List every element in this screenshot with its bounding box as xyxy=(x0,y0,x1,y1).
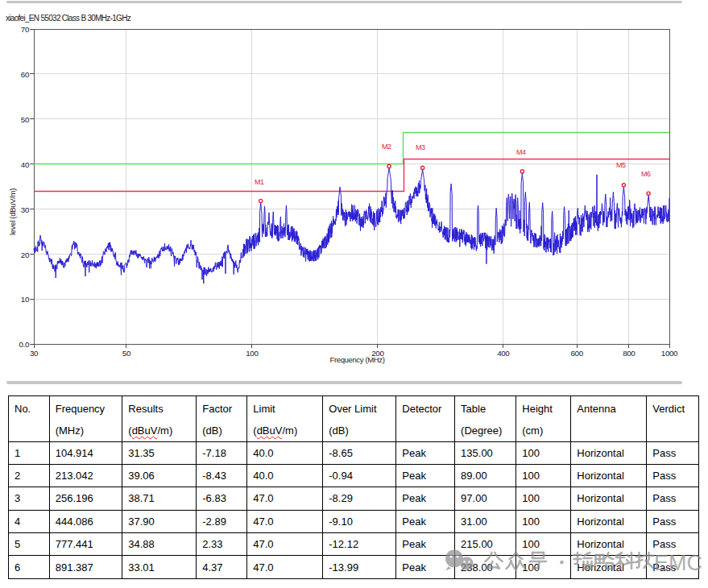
svg-text:30: 30 xyxy=(30,349,39,358)
svg-text:M6: M6 xyxy=(641,170,651,178)
svg-text:40: 40 xyxy=(21,160,30,169)
svg-text:1000: 1000 xyxy=(661,349,678,358)
svg-text:0.0: 0.0 xyxy=(19,340,29,349)
svg-text:70: 70 xyxy=(21,25,30,34)
svg-text:400: 400 xyxy=(497,349,510,358)
svg-text:10: 10 xyxy=(21,295,30,304)
svg-text:20: 20 xyxy=(21,251,30,259)
svg-text:M3: M3 xyxy=(416,143,425,151)
svg-text:800: 800 xyxy=(623,349,636,358)
svg-text:50: 50 xyxy=(122,349,131,358)
svg-text:30: 30 xyxy=(21,205,30,214)
svg-text:M4: M4 xyxy=(516,148,526,156)
svg-text:M2: M2 xyxy=(382,143,391,151)
svg-text:600: 600 xyxy=(570,349,583,358)
svg-text:level (dBuV/m): level (dBuV/m) xyxy=(8,188,17,235)
svg-text:60: 60 xyxy=(21,70,30,79)
svg-text:100: 100 xyxy=(246,349,259,358)
svg-text:xiaofei_EN 55032 Class B 30MHz: xiaofei_EN 55032 Class B 30MHz-1GHz xyxy=(6,14,131,23)
svg-text:M5: M5 xyxy=(616,161,626,169)
svg-text:Frequency (MHz): Frequency (MHz) xyxy=(329,355,384,364)
svg-text:50: 50 xyxy=(21,115,30,124)
svg-text:M1: M1 xyxy=(255,178,264,186)
